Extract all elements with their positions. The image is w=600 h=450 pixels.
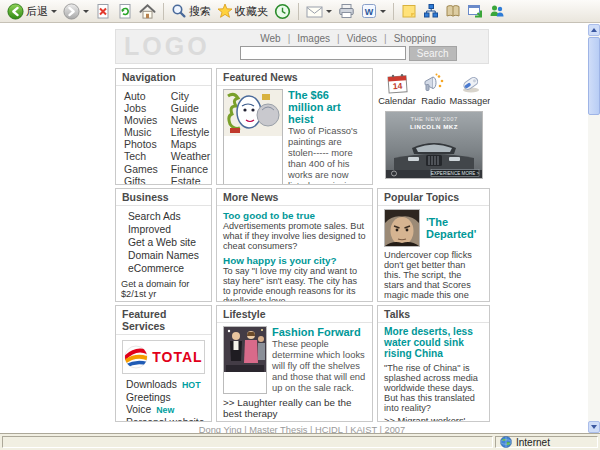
mail-button[interactable] [303, 3, 335, 20]
business-title: Business [116, 189, 211, 206]
nav-link-weather[interactable]: Weather [171, 150, 211, 162]
scroll-down-button[interactable] [588, 421, 600, 433]
nav-link-movies[interactable]: Movies [124, 114, 158, 126]
nav-link-city-guide[interactable]: City Guide [171, 90, 211, 114]
tab-videos[interactable]: Videos [347, 33, 377, 44]
nav-link-music[interactable]: Music [124, 126, 158, 138]
history-icon [274, 3, 291, 20]
messenger-button[interactable] [486, 2, 508, 20]
vertical-scrollbar[interactable] [588, 24, 600, 433]
scroll-up-arrow-icon [591, 28, 597, 32]
business-link-ecommerce[interactable]: eCommerce [128, 262, 211, 275]
people-icon [489, 3, 505, 19]
lincoln-car-ad[interactable]: THE NEW 2007LINCOLN MKZEXPERIENCE MORE > [385, 111, 483, 179]
tab-web[interactable]: Web [260, 33, 280, 44]
edit-button[interactable]: W [358, 2, 389, 20]
picasso-painting-image[interactable] [223, 89, 283, 185]
organizer-button[interactable] [442, 2, 464, 20]
stop-button[interactable] [92, 2, 114, 21]
article-text: To say "I love my city and want to stay … [223, 266, 366, 302]
talks-item[interactable]: >> Migrant workers' housing fund [384, 416, 483, 422]
service-link-voice[interactable]: VoiceNew [126, 404, 211, 417]
search-tabs: Web | Images | Videos | Shopping [240, 33, 457, 44]
popular-topics-headline[interactable]: 'The Departed' [426, 216, 483, 240]
search-icon [171, 3, 187, 19]
lifestyle-headline[interactable]: Fashion Forward [272, 326, 366, 338]
featured-news-headline[interactable]: The $66 million art heist [288, 89, 366, 125]
back-dropdown-icon[interactable] [51, 10, 57, 13]
fashion-image[interactable] [223, 326, 267, 394]
business-link-website[interactable]: Get a Web site [128, 236, 211, 249]
lifestyle-item[interactable]: >> Quick walks may help smokers quit [223, 420, 366, 422]
article: Too good to be true Advertisements promo… [223, 210, 366, 252]
departed-movie-image[interactable] [384, 209, 420, 247]
mail-dropdown-icon[interactable] [326, 10, 332, 13]
back-button[interactable]: 后退 [4, 2, 60, 21]
lifestyle-item[interactable]: >> Laughter really can be the best thera… [223, 397, 366, 420]
search-input[interactable] [240, 46, 406, 60]
sticky-note-icon [401, 3, 417, 19]
nav-link-finance[interactable]: Finance [171, 163, 211, 175]
nav-link-games[interactable]: Games [124, 163, 158, 175]
total-logo-ad[interactable]: TOTAL [122, 340, 205, 374]
nav-link-lifestyle[interactable]: Lifestyle [171, 126, 211, 138]
nav-link-gifts[interactable]: Gifts [124, 175, 158, 185]
launch-button[interactable] [464, 2, 486, 20]
business-link-search-ads[interactable]: Search Ads Improved [128, 210, 211, 236]
site-header: LOGO Web | Images | Videos | Shopping Se… [115, 29, 489, 64]
forward-dropdown-icon[interactable] [83, 10, 89, 13]
talks-title: Talks [378, 306, 489, 323]
nav-link-tech[interactable]: Tech [124, 150, 158, 162]
nav-link-jobs[interactable]: Jobs [124, 102, 158, 114]
scrollbar-thumb[interactable] [588, 37, 600, 115]
security-zone-label: Internet [516, 437, 550, 448]
tab-images[interactable]: Images [297, 33, 330, 44]
svg-text:14: 14 [392, 81, 402, 92]
web-page: LOGO Web | Images | Videos | Shopping Se… [115, 29, 489, 432]
forward-button[interactable] [60, 2, 92, 21]
home-button[interactable] [136, 2, 159, 21]
article-headline[interactable]: How happy is your city? [223, 255, 366, 266]
talks-headline[interactable]: More deserts, less water could sink risi… [384, 326, 483, 360]
search-button[interactable]: Search [409, 46, 457, 61]
edit-word-icon: W [361, 3, 377, 19]
edit-dropdown-icon[interactable] [380, 10, 386, 13]
scroll-up-button[interactable] [588, 24, 600, 36]
history-button[interactable] [271, 2, 294, 21]
svg-text:LINCOLN MKZ: LINCOLN MKZ [409, 123, 457, 130]
nav-link-auto[interactable]: Auto [124, 90, 158, 102]
popular-topics-text: Undercover cop flicks don't get better t… [384, 250, 483, 302]
service-link-personal-website[interactable]: Personal website [126, 417, 211, 422]
book-icon [445, 3, 461, 19]
popular-topics-section: Popular Topics 'The Departed' Undercover… [377, 188, 490, 302]
notes-button[interactable] [398, 2, 420, 20]
article-headline[interactable]: Too good to be true [223, 210, 366, 221]
nav-link-estate[interactable]: Estate [171, 175, 211, 185]
sitemap-button[interactable] [420, 2, 442, 20]
radio-shortcut[interactable]: Radio [416, 72, 452, 106]
business-link-domains[interactable]: Domain Names [128, 249, 211, 262]
print-button[interactable] [335, 2, 358, 20]
window-arrow-icon [467, 3, 483, 19]
massager-label: Massager [450, 96, 490, 106]
toolbar-separator [393, 3, 394, 20]
service-link-greetings[interactable]: Greetings [126, 392, 211, 405]
calendar-shortcut[interactable]: 14 Calendar [379, 72, 415, 106]
tab-separator: | [337, 33, 340, 44]
navigation-section: Navigation Auto Jobs Movies Music Photos… [115, 68, 212, 185]
refresh-button[interactable] [114, 2, 136, 21]
nav-link-news[interactable]: News [171, 114, 211, 126]
nav-link-maps[interactable]: Maps [171, 138, 211, 150]
article-text: Advertisements promote sales. But what i… [223, 221, 366, 252]
search-toolbar-button[interactable]: 搜索 [168, 2, 214, 20]
domain-promo-text: Get a domain for $2/1st yr [116, 278, 211, 299]
nav-link-photos[interactable]: Photos [124, 138, 158, 150]
search-label: 搜索 [189, 4, 211, 19]
back-icon [7, 3, 24, 20]
tab-shopping[interactable]: Shopping [394, 33, 436, 44]
status-message-panel [2, 436, 493, 448]
more-news-title: More News [217, 189, 372, 206]
massager-shortcut[interactable]: Massager [452, 72, 488, 106]
favorites-button[interactable]: 收藏夹 [214, 2, 271, 20]
service-link-downloads[interactable]: DownloadsHOT [126, 379, 211, 392]
